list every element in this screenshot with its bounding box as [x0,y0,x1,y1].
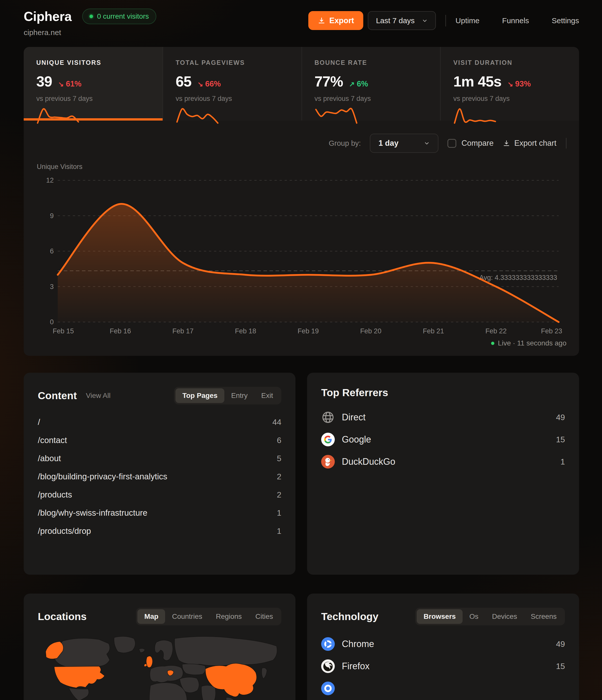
stat-delta: ↘61% [58,79,82,89]
tab-top-pages[interactable]: Top Pages [175,388,224,403]
stat-total-pageviews[interactable]: TOTAL PAGEVIEWS 65 ↘66% vs previous 7 da… [162,47,301,121]
controls-divider [566,138,567,149]
nav-funnels[interactable]: Funnels [502,17,529,25]
nav-uptime[interactable]: Uptime [455,17,479,25]
stat-value: 1m 45s [453,73,501,90]
svg-text:3: 3 [50,283,54,291]
list-item[interactable]: Google 15 [321,428,565,451]
locations-title: Locations [38,611,87,623]
svg-text:Feb 19: Feb 19 [298,327,319,335]
svg-text:6: 6 [50,247,54,255]
referrers-list: Direct 49 Google 15 [321,406,565,473]
chart-axis-title: Unique Visitors [37,163,567,171]
stat-label: UNIQUE VISITORS [36,59,150,66]
group-by-dropdown[interactable]: 1 day [370,134,438,153]
sparkline-chart [453,108,497,124]
tab-screens[interactable]: Screens [524,609,563,624]
stat-delta: ↗6% [349,79,368,89]
svg-text:0: 0 [50,318,54,326]
svg-text:Feb 21: Feb 21 [423,327,444,335]
compare-checkbox[interactable] [448,139,456,148]
stats-row: UNIQUE VISITORS 39 ↘61% vs previous 7 da… [24,47,579,121]
list-item[interactable]: /contact6 [38,431,281,449]
export-chart-label: Export chart [514,139,556,148]
technology-card: Technology Browsers Os Devices Screens [307,594,579,700]
dashboard-page: Ciphera 0 current visitors ciphera.net E… [0,0,602,700]
stat-bounce-rate[interactable]: BOUNCE RATE 77% ↗6% vs previous 7 days [301,47,441,121]
list-item[interactable]: /products2 [38,486,281,504]
tab-cities[interactable]: Cities [249,609,280,624]
nav-settings[interactable]: Settings [552,17,579,25]
svg-text:Feb 22: Feb 22 [485,327,507,335]
brand-block: Ciphera 0 current visitors ciphera.net [24,8,156,37]
sparkline-chart [176,108,219,124]
top-pages-list: /44 /contact6 /about5 /blog/building-pri… [38,413,281,540]
download-icon [318,17,325,24]
view-all-link[interactable]: View All [86,392,111,400]
world-map-container [38,636,281,700]
world-map[interactable] [38,636,281,700]
export-button[interactable]: Export [308,11,363,30]
header-divider [446,15,446,26]
cards-row-1: Content View All Top Pages Entry Exit /4… [24,373,579,575]
chart-panel: Group by: 1 day Compare Export chart [24,121,579,356]
list-item[interactable]: Direct 49 [321,406,565,428]
header-actions: Export Last 7 days Uptime Funnels Settin… [308,11,579,30]
svg-text:Feb 15: Feb 15 [53,327,74,335]
trend-up-icon: ↗ [349,80,355,88]
tab-browsers[interactable]: Browsers [417,609,462,624]
list-item[interactable]: Chrome 49 [321,633,565,655]
tab-exit[interactable]: Exit [254,388,280,403]
stat-delta: ↘66% [197,79,221,89]
list-item[interactable]: Firefox 15 [321,655,565,677]
stat-unique-visitors[interactable]: UNIQUE VISITORS 39 ↘61% vs previous 7 da… [24,47,162,121]
tab-countries[interactable]: Countries [165,609,209,624]
locations-tabs: Map Countries Regions Cities [136,608,281,625]
country-united-states [54,666,105,688]
list-item[interactable]: /products/drop1 [38,522,281,540]
svg-text:9: 9 [50,212,54,220]
list-item-cutoff[interactable] [321,677,565,700]
download-icon [503,140,510,147]
sparkline-chart [36,108,80,124]
live-green-dot-icon [491,342,494,345]
main-nav: Uptime Funnels Settings [455,17,579,25]
group-by-label: Group by: [329,139,361,148]
stat-delta: ↘93% [507,79,531,89]
technology-title: Technology [321,611,378,623]
tab-regions[interactable]: Regions [209,609,249,624]
tab-devices[interactable]: Devices [485,609,524,624]
export-button-label: Export [329,16,354,25]
tab-map[interactable]: Map [137,609,165,624]
site-domain: ciphera.net [24,28,156,37]
chart-controls: Group by: 1 day Compare Export chart [36,134,567,153]
browser-icon-partial [321,682,335,695]
export-chart-button[interactable]: Export chart [503,139,556,148]
group-by-value: 1 day [378,139,398,148]
locations-card: Locations Map Countries Regions Cities [24,594,296,700]
stat-value: 77% [315,73,343,90]
list-item[interactable]: /blog/building-privacy-first-analytics2 [38,468,281,486]
trend-down-icon: ↘ [197,80,203,88]
tab-os[interactable]: Os [462,609,485,624]
list-item[interactable]: DuckDuckGo 1 [321,451,565,473]
country-united-kingdom [146,656,152,668]
technology-tabs: Browsers Os Devices Screens [415,608,565,625]
stat-visit-duration[interactable]: VISIT DURATION 1m 45s ↘93% vs previous 7… [440,47,579,121]
browsers-list: Chrome 49 Firefox 15 [321,633,565,700]
compare-toggle[interactable]: Compare [448,139,494,148]
svg-text:12: 12 [46,176,54,184]
list-item[interactable]: /about5 [38,449,281,468]
live-green-dot-icon [90,15,93,18]
firefox-icon [321,659,335,673]
tab-entry[interactable]: Entry [224,388,254,403]
chevron-down-icon [424,140,430,146]
list-item[interactable]: /blog/why-swiss-infrastructure1 [38,504,281,522]
date-range-dropdown[interactable]: Last 7 days [368,11,435,30]
main-chart[interactable]: 036912Avg: 4.333333333333333Feb 15Feb 16… [36,173,566,337]
list-item[interactable]: /44 [38,413,281,431]
chevron-down-icon [422,18,428,24]
live-status: Live · 11 seconds ago [36,339,567,347]
trend-down-icon: ↘ [507,80,513,88]
chrome-icon [321,637,335,651]
